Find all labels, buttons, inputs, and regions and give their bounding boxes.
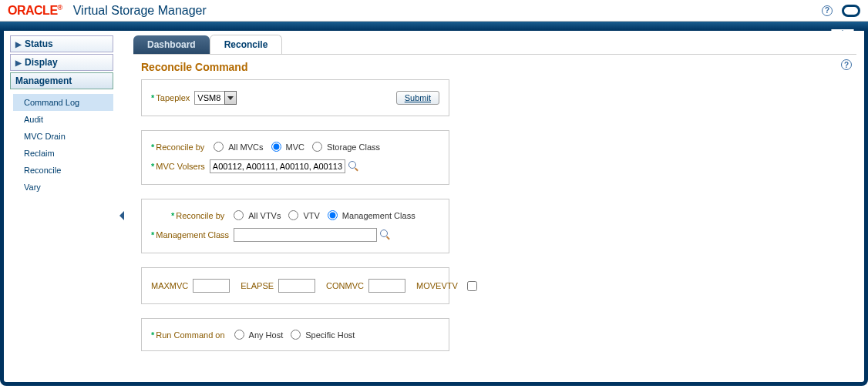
submit-button[interactable]: Submit (396, 91, 439, 105)
mgmt-class-input[interactable] (234, 228, 377, 242)
movevtv-label: MOVEVTV (416, 281, 458, 290)
sidebar-item-command-log[interactable]: Command Log (13, 94, 113, 111)
mgmt-class-label: Management Class (156, 230, 229, 240)
radio-vtv-label: VTV (303, 211, 319, 220)
page-help-icon[interactable]: ? (841, 59, 852, 70)
sidebar-display-label: Display (25, 57, 58, 68)
tab-dashboard[interactable]: Dashboard (133, 35, 210, 54)
reconcile-by-label: Reconcile by (156, 142, 204, 152)
splitter-collapse-icon[interactable] (118, 206, 126, 225)
sidebar: ▶ Status ▶ Display Management Command Lo… (10, 31, 118, 382)
required-marker: * (151, 162, 154, 171)
required-marker: * (151, 230, 154, 240)
tapeplex-select[interactable] (194, 91, 225, 105)
chevron-right-icon: ▶ (15, 59, 22, 67)
panel-reconcile-vtv: * Reconcile by All VTVs VTV Management C… (141, 199, 449, 253)
radio-any-host-label: Any Host (249, 330, 284, 340)
sidebar-header-status[interactable]: ▶ Status (10, 35, 113, 52)
radio-all-vtvs-label: All VTVs (248, 211, 281, 220)
panel-params: MAXMVC ELAPSE CONMVC MOVEVTV (141, 267, 449, 304)
sidebar-items: Command Log Audit MVC Drain Reclaim Reco… (10, 91, 113, 202)
required-marker: * (151, 142, 154, 152)
movevtv-checkbox[interactable] (467, 281, 477, 291)
mvc-volsers-input[interactable] (210, 159, 345, 173)
content-area: Dashboard Reconcile Reconcile Command ? … (118, 31, 864, 382)
search-icon[interactable] (380, 230, 391, 240)
sidebar-item-vary[interactable]: Vary (13, 179, 113, 196)
radio-storage-class[interactable] (312, 142, 322, 152)
conmvc-input[interactable] (368, 279, 405, 293)
chevron-right-icon: ▶ (15, 40, 22, 49)
radio-specific-host[interactable] (291, 330, 301, 340)
radio-all-mvcs[interactable] (214, 142, 224, 152)
sidebar-item-audit[interactable]: Audit (13, 111, 113, 128)
radio-all-vtvs[interactable] (234, 210, 244, 220)
sidebar-item-reconcile[interactable]: Reconcile (13, 162, 113, 179)
radio-any-host[interactable] (234, 330, 244, 340)
radio-vtv[interactable] (288, 210, 298, 220)
search-icon[interactable] (348, 161, 359, 172)
sidebar-status-label: Status (25, 39, 53, 49)
app-title: Virtual Storage Manager (73, 4, 207, 18)
conmvc-label: CONMVC (326, 281, 364, 290)
tab-body: Reconcile Command ? * Tapeplex Submit * … (133, 54, 856, 371)
tapeplex-label: Tapeplex (156, 93, 190, 102)
radio-mgmt-class-label: Management Class (342, 211, 415, 220)
help-icon[interactable]: ? (822, 5, 833, 16)
mvc-volsers-label: MVC Volsers (156, 162, 205, 171)
maxmvc-input[interactable] (193, 279, 230, 293)
panel-run-command: * Run Command on Any Host Specific Host (141, 318, 449, 351)
elapse-input[interactable] (278, 279, 315, 293)
tab-reconcile[interactable]: Reconcile (210, 35, 283, 55)
dropdown-arrow-icon[interactable] (224, 91, 237, 105)
required-marker: * (151, 330, 154, 340)
page-title: Reconcile Command (141, 61, 849, 73)
header-band (0, 22, 868, 31)
required-marker: * (171, 211, 174, 220)
radio-specific-host-label: Specific Host (305, 330, 355, 340)
panel-reconcile-mvc: * Reconcile by All MVCs MVC Storage Clas… (141, 130, 449, 185)
sidebar-header-display[interactable]: ▶ Display (10, 54, 113, 71)
radio-storage-class-label: Storage Class (327, 142, 380, 152)
panel-tapeplex: * Tapeplex Submit (141, 79, 449, 116)
sidebar-item-reclaim[interactable]: Reclaim (13, 145, 113, 162)
sidebar-management-label: Management (15, 75, 72, 86)
oracle-o-icon (842, 5, 860, 17)
sidebar-item-mvc-drain[interactable]: MVC Drain (13, 128, 113, 145)
required-marker: * (151, 93, 154, 102)
oracle-logo: ORACLE® (8, 4, 62, 18)
tab-bar: Dashboard Reconcile (133, 34, 856, 54)
radio-all-mvcs-label: All MVCs (228, 142, 263, 152)
maxmvc-label: MAXMVC (151, 281, 188, 290)
reconcile-by-label-2: Reconcile by (176, 211, 224, 220)
sidebar-header-management[interactable]: Management (10, 72, 113, 89)
radio-mvc-label: MVC (286, 142, 304, 152)
radio-mgmt-class[interactable] (328, 210, 338, 220)
app-header: ORACLE® Virtual Storage Manager ? (0, 0, 868, 22)
run-command-label: Run Command on (156, 330, 224, 340)
radio-mvc[interactable] (271, 142, 281, 152)
elapse-label: ELAPSE (241, 281, 274, 290)
